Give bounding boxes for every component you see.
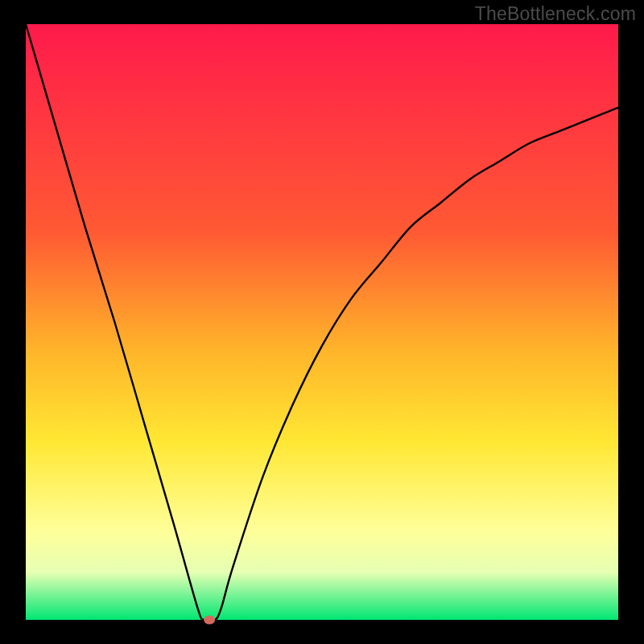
minimum-marker <box>204 616 215 625</box>
watermark-text: TheBottleneck.com <box>475 3 636 25</box>
bottleneck-chart <box>0 0 644 644</box>
chart-frame: TheBottleneck.com <box>0 0 644 644</box>
